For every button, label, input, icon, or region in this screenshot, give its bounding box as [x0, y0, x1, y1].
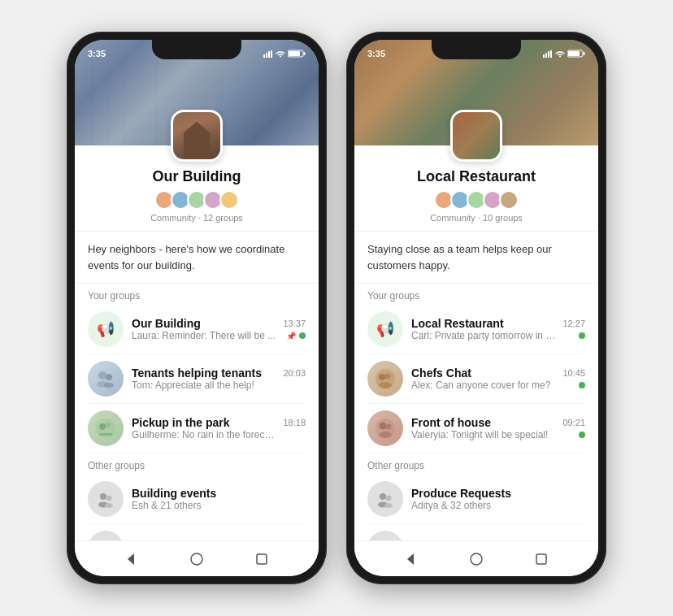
status-icons-1 [263, 50, 306, 58]
your-groups-label-2: Your groups [354, 284, 598, 305]
other-group-2-2[interactable]: Monthly Volunteering [354, 524, 598, 540]
group-content-1-3: Pickup in the park 18:18 Guilherme: No r… [132, 416, 306, 440]
other-group-1-1[interactable]: Building events Esh & 21 others [75, 475, 319, 523]
svg-rect-29 [550, 50, 552, 58]
groups-scroll-2[interactable]: Your groups 📢 Local Restaurant 12:27 Car… [354, 284, 598, 540]
other-group-icon-1-1 [88, 481, 124, 517]
chefs-icon [374, 367, 397, 390]
svg-point-15 [100, 493, 106, 500]
signal-icon-2 [543, 50, 553, 58]
group-item-1-2[interactable]: Tenants helping tenants 20:03 Tom: Appre… [75, 354, 319, 403]
svg-rect-31 [584, 52, 585, 55]
recents-button-1[interactable] [250, 548, 273, 570]
avatar-5 [219, 190, 239, 210]
home-button-2[interactable] [465, 548, 488, 570]
group-item-2-1[interactable]: 📢 Local Restaurant 12:27 Carl: Private p… [354, 305, 598, 354]
svg-point-36 [379, 382, 392, 388]
svg-point-35 [385, 374, 391, 380]
pin-icon-1: 📌 [286, 332, 296, 341]
svg-rect-27 [545, 53, 547, 58]
group-icon-chefs [367, 361, 403, 397]
group-time-1-1: 13:37 [283, 319, 306, 328]
community-info-2: Local Restaurant Community · 10 groups [354, 162, 598, 232]
battery-icon-2 [567, 50, 585, 58]
back-button-1[interactable] [120, 548, 143, 570]
group-time-1-3: 18:18 [283, 418, 306, 427]
svg-point-50 [471, 553, 482, 565]
community-meta-1: Community · 12 groups [88, 213, 306, 223]
phone-2: 3:35 Local Restaurant [346, 32, 606, 584]
other-group-1-2[interactable]: Dog owners [75, 524, 319, 540]
group-status-2-2 [579, 382, 585, 388]
community-name-2: Local Restaurant [367, 168, 585, 185]
svg-rect-5 [304, 52, 306, 55]
group-item-2-3[interactable]: Front of house 09:21 Valeryia: Tonight w… [354, 404, 598, 453]
svg-marker-49 [407, 553, 414, 565]
status-icons-2 [543, 50, 585, 58]
svg-rect-0 [263, 54, 265, 58]
group-icon-pickup [88, 410, 124, 446]
people-icon-3 [376, 490, 394, 508]
recents-button-2[interactable] [530, 548, 553, 570]
group-item-2-2[interactable]: Chefs Chat 10:45 Alex: Can anyone cover … [354, 354, 598, 403]
group-icon-community-2: 📢 [367, 311, 403, 347]
bottom-nav-2 [354, 540, 598, 576]
green-dot-2-1 [579, 332, 585, 339]
phone-notch-1 [152, 40, 241, 59]
other-group-icon-2-1 [367, 481, 403, 517]
svg-point-42 [386, 496, 392, 501]
other-group-2-1[interactable]: Produce Requests Aditya & 32 others [354, 475, 598, 523]
group-item-1-3[interactable]: Pickup in the park 18:18 Guilherme: No r… [75, 404, 319, 453]
other-groups-label-2: Other groups [354, 453, 598, 475]
svg-point-10 [104, 383, 114, 388]
battery-icon-1 [288, 50, 306, 58]
svg-rect-2 [268, 51, 270, 58]
group-status-2-3 [579, 432, 585, 438]
green-dot-2-3 [579, 432, 585, 438]
svg-rect-1 [266, 53, 267, 58]
group-preview-1-3: Guilherme: No rain in the forecast! [132, 429, 278, 440]
group-icon-community-1: 📢 [88, 311, 124, 347]
community-info-1: Our Building Community · 12 groups [75, 162, 319, 232]
signal-icon-1 [263, 50, 273, 58]
svg-point-41 [380, 493, 386, 500]
svg-rect-6 [289, 51, 300, 56]
groups-scroll-1[interactable]: Your groups 📢 Our Building 13:37 Laura: … [75, 284, 319, 540]
svg-point-44 [384, 503, 393, 508]
home-button-1[interactable] [185, 548, 208, 570]
group-name-1-1: Our Building [132, 317, 201, 330]
svg-point-13 [106, 423, 111, 427]
other-group-content-2-1: Produce Requests Aditya & 32 others [411, 487, 585, 511]
svg-point-34 [379, 374, 385, 380]
other-group-name-2-1: Produce Requests [411, 487, 585, 500]
other-group-icon-1-2 [88, 531, 124, 540]
other-groups-label-1: Other groups [75, 453, 319, 475]
svg-point-38 [380, 423, 387, 430]
wifi-icon-1 [276, 50, 285, 58]
svg-point-18 [105, 503, 113, 508]
svg-marker-23 [128, 553, 134, 565]
other-group-members-2-1: Aditya & 32 others [411, 500, 585, 511]
other-group-icon-2-2 [367, 531, 403, 540]
svg-point-8 [106, 374, 112, 380]
group-time-1-2: 20:03 [283, 368, 306, 378]
group-preview-1-1: Laura: Reminder: There will be ... [132, 330, 276, 341]
group-name-1-2: Tenants helping tenants [132, 367, 262, 380]
other-group-content-1-1: Building events Esh & 21 others [132, 487, 306, 511]
svg-point-24 [191, 553, 202, 565]
svg-rect-32 [568, 51, 580, 56]
group-item-1-1[interactable]: 📢 Our Building 13:37 Laura: Reminder: Th… [75, 305, 319, 354]
group-time-2-1: 12:27 [562, 319, 585, 328]
megaphone-icon-1: 📢 [97, 320, 115, 338]
svg-rect-26 [543, 54, 545, 58]
community-desc-1: Hey neighbors - here's how we coordinate… [75, 232, 319, 284]
group-name-2-2: Chefs Chat [411, 367, 471, 380]
back-button-2[interactable] [400, 548, 423, 570]
community-name-1: Our Building [88, 168, 306, 185]
svg-point-40 [379, 432, 392, 438]
group-name-2-3: Front of house [411, 416, 491, 429]
tenants-icon [94, 367, 117, 390]
group-time-2-2: 10:45 [562, 368, 585, 378]
status-time-2: 3:35 [367, 49, 385, 59]
svg-point-7 [98, 371, 106, 380]
